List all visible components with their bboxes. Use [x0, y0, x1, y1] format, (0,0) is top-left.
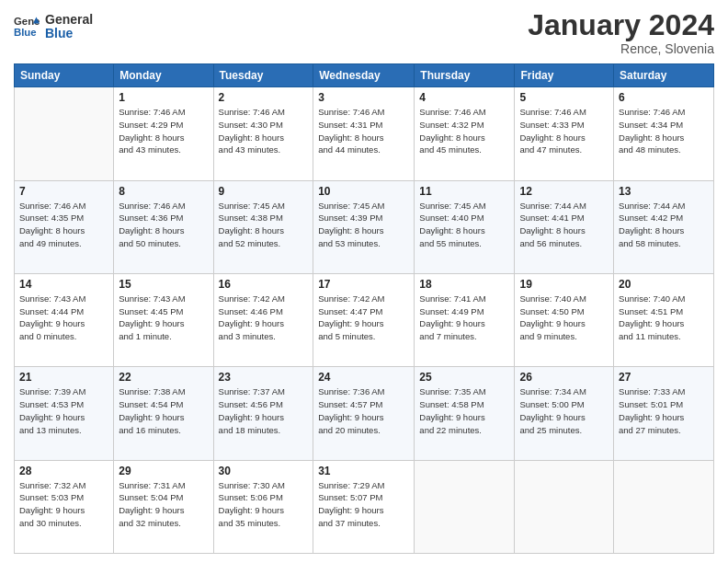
day-info: Sunrise: 7:42 AM Sunset: 4:47 PM Dayligh… — [318, 293, 409, 343]
day-cell: 25Sunrise: 7:35 AM Sunset: 4:58 PM Dayli… — [415, 367, 515, 460]
day-cell: 3Sunrise: 7:46 AM Sunset: 4:31 PM Daylig… — [313, 87, 415, 180]
week-row-0: 1Sunrise: 7:46 AM Sunset: 4:29 PM Daylig… — [15, 87, 714, 180]
day-info: Sunrise: 7:41 AM Sunset: 4:49 PM Dayligh… — [419, 293, 509, 343]
day-number: 6 — [619, 91, 709, 104]
day-info: Sunrise: 7:43 AM Sunset: 4:45 PM Dayligh… — [119, 293, 208, 343]
day-cell: 9Sunrise: 7:45 AM Sunset: 4:38 PM Daylig… — [213, 180, 313, 273]
day-info: Sunrise: 7:46 AM Sunset: 4:29 PM Dayligh… — [119, 106, 208, 156]
day-info: Sunrise: 7:46 AM Sunset: 4:31 PM Dayligh… — [318, 106, 409, 156]
day-cell: 15Sunrise: 7:43 AM Sunset: 4:45 PM Dayli… — [114, 273, 213, 366]
day-number: 25 — [419, 371, 509, 384]
day-info: Sunrise: 7:46 AM Sunset: 4:33 PM Dayligh… — [519, 106, 609, 156]
title-block: January 2024 Rence, Slovenia — [528, 9, 714, 56]
page-header: General Blue General Blue January 2024 R… — [14, 9, 714, 56]
day-cell: 2Sunrise: 7:46 AM Sunset: 4:30 PM Daylig… — [213, 87, 313, 180]
day-number: 14 — [19, 278, 108, 291]
day-number: 21 — [19, 371, 108, 384]
day-number: 9 — [219, 185, 309, 198]
day-info: Sunrise: 7:46 AM Sunset: 4:35 PM Dayligh… — [19, 200, 108, 250]
day-number: 12 — [519, 185, 609, 198]
day-info: Sunrise: 7:44 AM Sunset: 4:42 PM Dayligh… — [619, 200, 709, 250]
day-cell: 21Sunrise: 7:39 AM Sunset: 4:53 PM Dayli… — [15, 367, 114, 460]
day-cell: 19Sunrise: 7:40 AM Sunset: 4:50 PM Dayli… — [515, 273, 614, 366]
day-number: 20 — [619, 278, 709, 291]
day-number: 13 — [619, 185, 709, 198]
day-cell: 7Sunrise: 7:46 AM Sunset: 4:35 PM Daylig… — [15, 180, 114, 273]
day-number: 23 — [219, 371, 309, 384]
day-cell: 18Sunrise: 7:41 AM Sunset: 4:49 PM Dayli… — [415, 273, 515, 366]
day-number: 28 — [19, 465, 108, 477]
week-row-1: 7Sunrise: 7:46 AM Sunset: 4:35 PM Daylig… — [15, 180, 714, 273]
header-wednesday: Wednesday — [313, 64, 415, 87]
day-number: 31 — [318, 465, 409, 477]
day-info: Sunrise: 7:36 AM Sunset: 4:57 PM Dayligh… — [318, 385, 409, 436]
day-cell: 12Sunrise: 7:44 AM Sunset: 4:41 PM Dayli… — [515, 180, 614, 273]
day-cell: 11Sunrise: 7:45 AM Sunset: 4:40 PM Dayli… — [415, 180, 515, 273]
header-tuesday: Tuesday — [213, 64, 313, 87]
day-cell: 20Sunrise: 7:40 AM Sunset: 4:51 PM Dayli… — [614, 273, 714, 366]
day-cell — [614, 460, 714, 553]
day-number: 16 — [219, 278, 309, 291]
day-cell: 8Sunrise: 7:46 AM Sunset: 4:36 PM Daylig… — [114, 180, 213, 273]
day-cell: 13Sunrise: 7:44 AM Sunset: 4:42 PM Dayli… — [614, 180, 714, 273]
day-info: Sunrise: 7:29 AM Sunset: 5:07 PM Dayligh… — [318, 479, 409, 530]
day-info: Sunrise: 7:43 AM Sunset: 4:44 PM Dayligh… — [19, 293, 108, 343]
day-number: 17 — [318, 278, 409, 291]
day-info: Sunrise: 7:46 AM Sunset: 4:34 PM Dayligh… — [619, 106, 709, 156]
logo: General Blue General Blue — [14, 13, 93, 41]
week-row-4: 28Sunrise: 7:32 AM Sunset: 5:03 PM Dayli… — [15, 460, 714, 553]
day-number: 19 — [519, 278, 609, 291]
header-thursday: Thursday — [415, 64, 515, 87]
day-info: Sunrise: 7:46 AM Sunset: 4:30 PM Dayligh… — [219, 106, 309, 156]
day-number: 7 — [19, 185, 108, 198]
calendar-header-row: SundayMondayTuesdayWednesdayThursdayFrid… — [15, 64, 714, 87]
day-info: Sunrise: 7:45 AM Sunset: 4:40 PM Dayligh… — [419, 200, 509, 250]
day-cell: 28Sunrise: 7:32 AM Sunset: 5:03 PM Dayli… — [15, 460, 114, 553]
day-number: 3 — [318, 91, 409, 104]
month-title: January 2024 — [528, 9, 714, 41]
day-info: Sunrise: 7:42 AM Sunset: 4:46 PM Dayligh… — [219, 293, 309, 343]
day-cell: 4Sunrise: 7:46 AM Sunset: 4:32 PM Daylig… — [415, 87, 515, 180]
day-number: 5 — [519, 91, 609, 104]
day-cell: 1Sunrise: 7:46 AM Sunset: 4:29 PM Daylig… — [114, 87, 213, 180]
day-cell: 16Sunrise: 7:42 AM Sunset: 4:46 PM Dayli… — [213, 273, 313, 366]
day-number: 26 — [519, 371, 609, 384]
day-info: Sunrise: 7:34 AM Sunset: 5:00 PM Dayligh… — [519, 385, 609, 436]
header-saturday: Saturday — [614, 64, 714, 87]
day-number: 18 — [419, 278, 509, 291]
day-info: Sunrise: 7:31 AM Sunset: 5:04 PM Dayligh… — [119, 479, 208, 530]
day-info: Sunrise: 7:33 AM Sunset: 5:01 PM Dayligh… — [619, 385, 709, 436]
day-cell — [15, 87, 114, 180]
day-number: 11 — [419, 185, 509, 198]
day-cell: 31Sunrise: 7:29 AM Sunset: 5:07 PM Dayli… — [313, 460, 415, 553]
day-cell — [415, 460, 515, 553]
day-cell: 17Sunrise: 7:42 AM Sunset: 4:47 PM Dayli… — [313, 273, 415, 366]
day-info: Sunrise: 7:46 AM Sunset: 4:32 PM Dayligh… — [419, 106, 509, 156]
day-info: Sunrise: 7:39 AM Sunset: 4:53 PM Dayligh… — [19, 385, 108, 436]
day-cell: 30Sunrise: 7:30 AM Sunset: 5:06 PM Dayli… — [213, 460, 313, 553]
logo-blue-text: Blue — [45, 27, 93, 40]
day-cell — [515, 460, 614, 553]
day-info: Sunrise: 7:35 AM Sunset: 4:58 PM Dayligh… — [419, 385, 509, 436]
day-cell: 14Sunrise: 7:43 AM Sunset: 4:44 PM Dayli… — [15, 273, 114, 366]
day-number: 24 — [318, 371, 409, 384]
week-row-2: 14Sunrise: 7:43 AM Sunset: 4:44 PM Dayli… — [15, 273, 714, 366]
day-info: Sunrise: 7:46 AM Sunset: 4:36 PM Dayligh… — [119, 200, 208, 250]
day-info: Sunrise: 7:44 AM Sunset: 4:41 PM Dayligh… — [519, 200, 609, 250]
day-info: Sunrise: 7:40 AM Sunset: 4:50 PM Dayligh… — [519, 293, 609, 343]
day-info: Sunrise: 7:45 AM Sunset: 4:38 PM Dayligh… — [219, 200, 309, 250]
day-number: 30 — [219, 465, 309, 477]
header-sunday: Sunday — [15, 64, 114, 87]
calendar-table: SundayMondayTuesdayWednesdayThursdayFrid… — [14, 63, 714, 554]
day-cell: 5Sunrise: 7:46 AM Sunset: 4:33 PM Daylig… — [515, 87, 614, 180]
day-cell: 26Sunrise: 7:34 AM Sunset: 5:00 PM Dayli… — [515, 367, 614, 460]
day-info: Sunrise: 7:32 AM Sunset: 5:03 PM Dayligh… — [19, 479, 108, 530]
day-info: Sunrise: 7:40 AM Sunset: 4:51 PM Dayligh… — [619, 293, 709, 343]
location-title: Rence, Slovenia — [528, 41, 714, 56]
header-friday: Friday — [515, 64, 614, 87]
day-number: 8 — [119, 185, 208, 198]
day-cell: 23Sunrise: 7:37 AM Sunset: 4:56 PM Dayli… — [213, 367, 313, 460]
day-info: Sunrise: 7:45 AM Sunset: 4:39 PM Dayligh… — [318, 200, 409, 250]
header-monday: Monday — [114, 64, 213, 87]
day-cell: 24Sunrise: 7:36 AM Sunset: 4:57 PM Dayli… — [313, 367, 415, 460]
